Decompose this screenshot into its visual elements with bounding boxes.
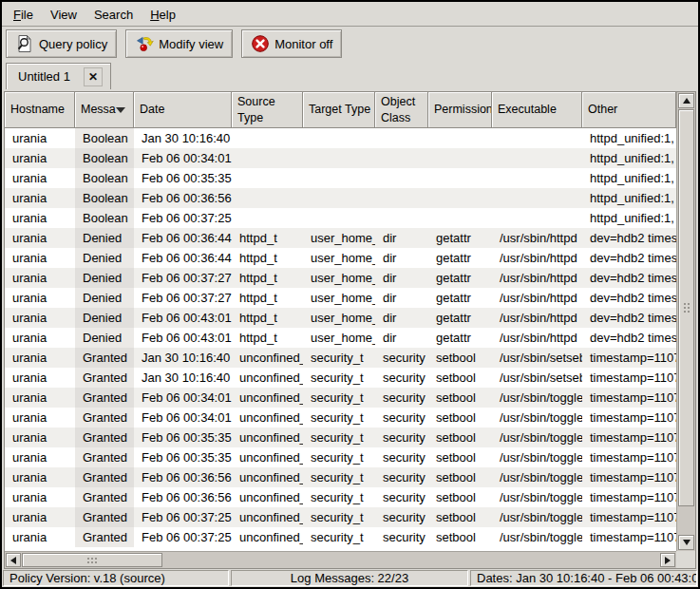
- table-cell: security: [375, 428, 428, 447]
- table-cell: urania: [5, 487, 75, 507]
- horizontal-scrollbar[interactable]: [5, 551, 676, 568]
- table-cell: [428, 128, 492, 148]
- table-cell: user_home_: [303, 328, 375, 348]
- column-header-messa[interactable]: Messa: [75, 92, 134, 128]
- table-cell: getattr: [428, 228, 492, 248]
- column-header-other[interactable]: Other: [582, 92, 676, 128]
- vertical-scrollbar-thumb[interactable]: [678, 109, 694, 506]
- table-row[interactable]: uraniaDeniedFeb 06 00:37:27httpd_tuser_h…: [5, 288, 676, 308]
- table-row[interactable]: uraniaGrantedFeb 06 00:35:35unconfined_s…: [5, 447, 676, 467]
- vertical-scrollbar[interactable]: [676, 92, 695, 551]
- tab-untitled-1[interactable]: Untitled 1 ✕: [6, 63, 111, 89]
- table-cell: dir: [375, 328, 428, 348]
- table-cell: unconfined_: [232, 408, 303, 428]
- table-row[interactable]: uraniaGrantedJan 30 10:16:40unconfined_s…: [5, 368, 676, 388]
- table-cell: timestamp=11076: [582, 447, 676, 467]
- table-cell: security: [375, 368, 428, 388]
- arrow-up-icon: [683, 98, 691, 104]
- table-cell: /usr/sbin/httpd: [492, 228, 582, 248]
- table-cell: timestamp=11076: [582, 467, 676, 487]
- table-row[interactable]: uraniaDeniedFeb 06 00:37:27httpd_tuser_h…: [5, 268, 676, 288]
- monitor-off-button[interactable]: Monitor off: [241, 29, 342, 58]
- table-row[interactable]: uraniaDeniedFeb 06 00:36:44httpd_tuser_h…: [5, 248, 676, 268]
- menu-item-search[interactable]: Search: [85, 3, 142, 27]
- column-header-source-type[interactable]: Source Type: [232, 92, 303, 128]
- table-cell: security: [375, 507, 428, 527]
- table-cell: security_t: [303, 507, 375, 527]
- table-cell: security_t: [303, 408, 375, 428]
- table-cell: Denied: [75, 248, 134, 268]
- table-cell: setbool: [428, 348, 492, 368]
- table-cell: Feb 06 00:35:35: [134, 168, 232, 188]
- column-header-label: Executable: [498, 102, 557, 117]
- table-row[interactable]: uraniaBooleanFeb 06 00:35:35httpd_unifie…: [5, 168, 676, 188]
- table-cell: Feb 06 00:36:44: [134, 248, 232, 268]
- table-cell: [492, 208, 582, 228]
- status-bar: Policy Version: v.18 (source) Log Messag…: [2, 569, 698, 587]
- table-row[interactable]: uraniaBooleanJan 30 10:16:40httpd_unifie…: [5, 128, 676, 148]
- table-cell: security: [375, 408, 428, 428]
- table-row[interactable]: uraniaBooleanFeb 06 00:34:01httpd_unifie…: [5, 148, 676, 168]
- table-cell: httpd_t: [232, 288, 303, 308]
- table-cell: urania: [5, 507, 75, 527]
- table-cell: security_t: [303, 527, 375, 547]
- modify-view-button[interactable]: Modify view: [125, 29, 233, 58]
- table-cell: [232, 188, 303, 208]
- table-cell: [492, 128, 582, 148]
- table-cell: security_t: [303, 428, 375, 447]
- table-cell: [375, 208, 428, 228]
- table-row[interactable]: uraniaGrantedFeb 06 00:34:01unconfined_s…: [5, 388, 676, 408]
- query-policy-button[interactable]: Query policy: [6, 29, 117, 58]
- column-header-executable[interactable]: Executable: [492, 92, 582, 128]
- column-header-date[interactable]: Date: [134, 92, 232, 128]
- table-row[interactable]: uraniaBooleanFeb 06 00:36:56httpd_unifie…: [5, 188, 676, 208]
- column-header-target-type[interactable]: Target Type: [303, 92, 375, 128]
- table-cell: urania: [5, 308, 75, 328]
- horizontal-scrollbar-thumb[interactable]: [22, 553, 162, 567]
- menu-item-view[interactable]: View: [42, 3, 85, 27]
- table-row[interactable]: uraniaGrantedFeb 06 00:35:35unconfined_s…: [5, 428, 676, 447]
- table-cell: Jan 30 10:16:40: [134, 368, 232, 388]
- grip-icon: [87, 558, 89, 560]
- table-cell: setbool: [428, 428, 492, 447]
- tab-close-button[interactable]: ✕: [84, 67, 103, 86]
- scroll-up-button[interactable]: [678, 93, 694, 108]
- table-cell: user_home_: [303, 268, 375, 288]
- table-cell: urania: [5, 408, 75, 428]
- scroll-right-button[interactable]: [660, 553, 675, 567]
- table-cell: timestamp=11071: [582, 348, 676, 368]
- table-cell: unconfined_: [232, 388, 303, 408]
- scroll-left-button[interactable]: [6, 553, 21, 567]
- table-row[interactable]: uraniaBooleanFeb 06 00:37:25httpd_unifie…: [5, 208, 676, 228]
- table-row[interactable]: uraniaGrantedFeb 06 00:37:25unconfined_s…: [5, 507, 676, 527]
- table-cell: Boolean: [75, 188, 134, 208]
- table-cell: security: [375, 467, 428, 487]
- table-cell: [492, 168, 582, 188]
- table-cell: Feb 06 00:35:35: [134, 428, 232, 447]
- table-cell: Denied: [75, 328, 134, 348]
- table-row[interactable]: uraniaGrantedFeb 06 00:36:56unconfined_s…: [5, 487, 676, 507]
- table-row[interactable]: uraniaDeniedFeb 06 00:43:01httpd_tuser_h…: [5, 308, 676, 328]
- table-cell: [428, 208, 492, 228]
- table-row[interactable]: uraniaGrantedFeb 06 00:36:56unconfined_s…: [5, 467, 676, 487]
- table-cell: urania: [5, 428, 75, 447]
- scroll-down-button[interactable]: [678, 535, 694, 550]
- menu-item-file[interactable]: File: [5, 3, 42, 27]
- monitor-off-icon: [251, 34, 270, 53]
- table-row[interactable]: uraniaDeniedFeb 06 00:36:44httpd_tuser_h…: [5, 228, 676, 248]
- table-cell: /usr/sbin/httpd: [492, 328, 582, 348]
- table-row[interactable]: uraniaGrantedJan 30 10:16:40unconfined_s…: [5, 348, 676, 368]
- column-header-object-class[interactable]: Object Class: [375, 92, 428, 128]
- table-row[interactable]: uraniaGrantedFeb 06 00:37:25unconfined_s…: [5, 527, 676, 547]
- menu-item-help[interactable]: Help: [142, 3, 184, 27]
- column-header-permission[interactable]: Permission: [428, 92, 492, 128]
- table-row[interactable]: uraniaDeniedFeb 06 00:43:01httpd_tuser_h…: [5, 328, 676, 348]
- query-policy-label: Query policy: [39, 37, 107, 51]
- table-cell: Denied: [75, 228, 134, 248]
- table-cell: httpd_t: [232, 308, 303, 328]
- table-cell: Feb 06 00:36:56: [134, 467, 232, 487]
- table-cell: setbool: [428, 487, 492, 507]
- table-row[interactable]: uraniaGrantedFeb 06 00:34:01unconfined_s…: [5, 408, 676, 428]
- query-policy-icon: [15, 34, 34, 53]
- column-header-hostname[interactable]: Hostname: [5, 92, 75, 128]
